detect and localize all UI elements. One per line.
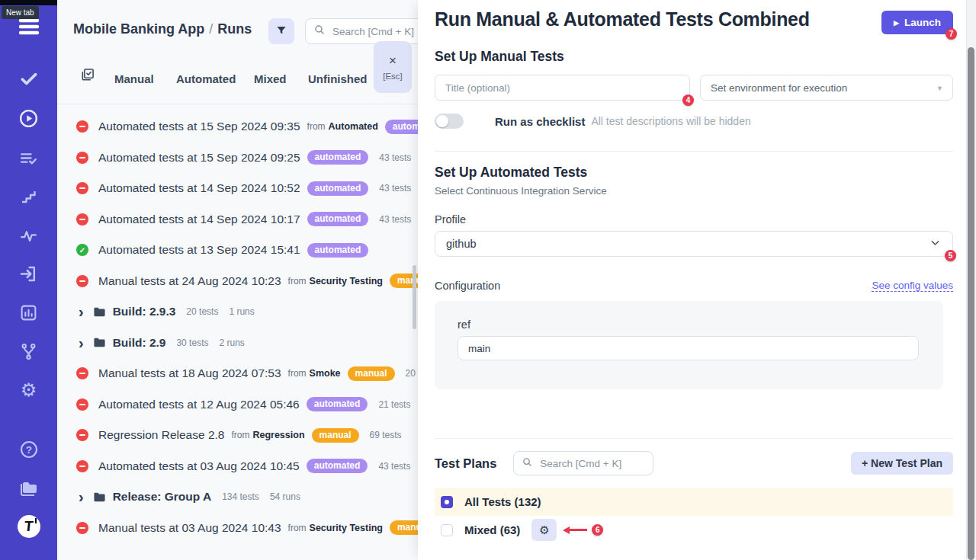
run-count: 43 tests <box>378 461 410 472</box>
annotation-badge-4: 4 <box>682 94 694 106</box>
run-count: 134 tests <box>222 491 259 502</box>
folder-title: Build: 2.9.3 <box>113 305 176 318</box>
run-row[interactable]: Regression Release 2.8fromRegressionmanu… <box>57 420 418 451</box>
environment-select[interactable]: Set environment for execution ▼ <box>700 75 953 101</box>
breadcrumb-page[interactable]: Runs <box>217 21 252 37</box>
page-title: Run Manual & Automated Tests Combined <box>435 8 810 30</box>
run-row[interactable]: Automated tests at 14 Sep 2024 10:52auto… <box>57 173 418 204</box>
run-row[interactable]: Automated tests at 15 Sep 2024 09:35from… <box>57 111 418 142</box>
run-title: Automated tests at 15 Sep 2024 09:25 <box>98 151 300 165</box>
new-tab-tooltip: New tab <box>2 6 39 19</box>
chevron-right-icon[interactable]: › <box>79 304 84 319</box>
runs-tab-strip: Manual Automated Mixed Unfinished × [Esc… <box>57 50 418 104</box>
page-scrollbar-thumb[interactable] <box>968 47 974 560</box>
chevron-right-icon[interactable]: › <box>79 489 84 504</box>
run-count: 20 tests <box>186 306 218 317</box>
projects-folder-icon[interactable] <box>0 478 57 498</box>
configuration-card: ref <box>435 301 943 389</box>
test-plans-search-input[interactable] <box>538 457 645 470</box>
mixed-label: Mixed (63) <box>464 523 520 536</box>
run-row[interactable]: Automated tests at 12 Aug 2024 05:46auto… <box>57 389 418 421</box>
run-title: Manual tests at 03 Aug 2024 10:43 <box>98 521 281 535</box>
test-plans-list-check-icon[interactable] <box>0 149 57 168</box>
ci-service-subheading: Select Continuous Integration Service <box>435 185 953 197</box>
run-row[interactable]: Automated tests at 03 Aug 2024 10:45auto… <box>57 451 418 482</box>
run-type-badge: manual <box>312 428 359 443</box>
profile-select[interactable]: github 5 <box>435 231 953 257</box>
profile-label: Profile <box>435 213 953 226</box>
tab-mixed[interactable]: Mixed <box>254 72 287 85</box>
runs-panel-header: Mobile Banking App/Runs <box>57 0 418 50</box>
activity-pulse-icon[interactable] <box>0 226 57 245</box>
status-passed-icon: ✓ <box>76 244 88 256</box>
steps-icon[interactable] <box>0 187 57 206</box>
folder-title: Release: Group A <box>113 490 212 504</box>
checklist-toggle-hint: All test descriptions will be hidden <box>591 115 750 127</box>
run-title: Automated tests at 12 Aug 2024 05:46 <box>98 398 300 411</box>
run-row[interactable]: Manual tests at 24 Aug 2024 10:23fromSec… <box>57 266 418 297</box>
analytics-bar-chart-icon[interactable] <box>0 303 57 322</box>
run-row[interactable]: Manual tests at 03 Aug 2024 10:43fromSec… <box>57 513 418 544</box>
annotation-badge-5: 5 <box>945 250 956 261</box>
play-icon: ▶ <box>894 19 899 27</box>
runs-search-input[interactable] <box>331 25 418 38</box>
run-type-badge: automated <box>307 397 368 411</box>
close-panel-button[interactable]: × [Esc] <box>374 41 412 93</box>
annotation-arrow: 6 <box>563 524 603 536</box>
folder-title: Build: 2.9 <box>113 336 166 350</box>
runs-play-circle-icon[interactable] <box>0 108 57 129</box>
hamburger-menu-icon[interactable] <box>0 17 57 37</box>
checklist-toggle-label: Run as checklist <box>495 115 585 128</box>
folder-row[interactable]: ›Build: 2.930 tests2 runs <box>57 328 418 359</box>
status-failed-icon <box>76 398 88 411</box>
chevron-right-icon[interactable]: › <box>79 335 84 350</box>
profile-select-value: github <box>446 238 477 250</box>
mixed-checkbox[interactable] <box>441 524 453 536</box>
test-plan-row-mixed[interactable]: Mixed (63) ⚙ 6 <box>435 516 953 544</box>
run-row[interactable]: Automated tests at 14 Sep 2024 10:17auto… <box>57 204 418 235</box>
git-branch-icon[interactable] <box>0 342 57 361</box>
run-row[interactable]: Manual tests at 18 Aug 2024 07:53fromSmo… <box>57 358 418 389</box>
help-icon[interactable]: ? <box>0 440 57 459</box>
settings-gear-icon[interactable]: ⚙ <box>0 381 57 399</box>
select-all-icon[interactable] <box>80 67 95 85</box>
folder-icon <box>93 306 106 318</box>
tab-automated[interactable]: Automated <box>176 72 236 85</box>
runs-search[interactable] <box>305 18 418 44</box>
tab-unfinished[interactable]: Unfinished <box>308 72 368 85</box>
divider <box>435 438 953 439</box>
app-logo[interactable]: T <box>0 515 57 538</box>
run-row[interactable]: Automated tests at 15 Sep 2024 09:25auto… <box>57 142 418 174</box>
run-count: 54 runs <box>270 491 300 502</box>
app-window: New tab ⚙ ? <box>0 0 976 560</box>
run-count: 1 runs <box>229 306 254 317</box>
run-as-checklist-toggle[interactable] <box>435 114 464 129</box>
esc-hint-label: [Esc] <box>383 72 403 81</box>
ref-input[interactable] <box>458 336 919 360</box>
status-failed-icon <box>76 275 88 287</box>
all-tests-label: All Tests (132) <box>464 495 541 508</box>
folder-row[interactable]: ›Release: Group A134 tests54 runs <box>57 482 418 513</box>
filter-button[interactable] <box>268 18 294 44</box>
breadcrumb-project[interactable]: Mobile Banking App <box>73 21 204 37</box>
test-plan-row-all-tests[interactable]: All Tests (132) <box>435 488 953 516</box>
see-config-values-link[interactable]: See config values <box>872 280 953 292</box>
new-test-plan-button[interactable]: + New Test Plan <box>851 452 953 475</box>
mixed-settings-button[interactable]: ⚙ <box>531 519 557 541</box>
run-type-badge: automated <box>307 181 369 196</box>
import-icon[interactable] <box>0 264 57 284</box>
run-title-input[interactable] <box>435 75 690 101</box>
runs-panel: Mobile Banking App/Runs Manual Automated… <box>57 0 418 560</box>
folder-row[interactable]: ›Build: 2.9.320 tests1 runs <box>57 296 418 328</box>
launch-button[interactable]: ▶ Launch 7 <box>881 11 953 34</box>
status-failed-icon <box>76 429 88 441</box>
tab-manual[interactable]: Manual <box>114 72 154 85</box>
tests-check-icon[interactable] <box>0 69 57 88</box>
runs-list-scrollbar[interactable] <box>413 265 416 329</box>
run-row[interactable]: ✓Automated tests at 13 Sep 2024 15:41aut… <box>57 235 418 266</box>
annotation-badge-6: 6 <box>592 524 603 536</box>
all-tests-checkbox[interactable] <box>441 496 453 508</box>
page-scrollbar-track <box>966 0 976 560</box>
run-type-badge: manual <box>348 366 395 381</box>
test-plans-search[interactable] <box>513 451 653 475</box>
